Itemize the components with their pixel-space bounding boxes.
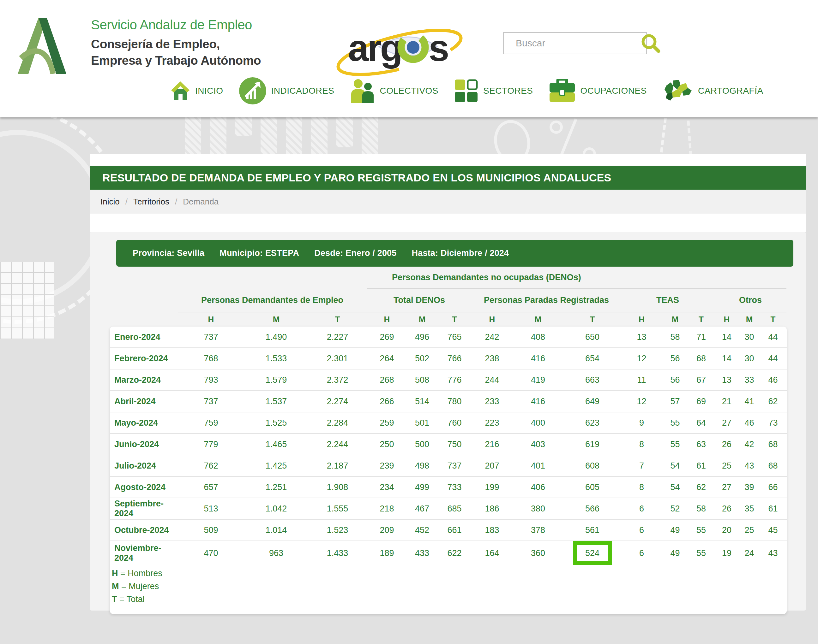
column-header-T: T (760, 312, 786, 327)
table-cell: 58 (662, 327, 688, 347)
table-cell: 513 (178, 498, 244, 519)
table-cell: 183 (472, 520, 512, 541)
table-cell: 66 (760, 477, 786, 498)
group-header-teas: TEAS (621, 289, 714, 312)
table-cell: 380 (512, 498, 564, 519)
filter-municipio: Municipio: ESTEPA (220, 248, 299, 258)
table-cell: 1.523 (308, 520, 367, 541)
row-month-label: Enero-2024 (110, 327, 178, 347)
table-row: Mayo-20247591.5252.284259501760223400623… (110, 412, 787, 433)
breadcrumb-separator: / (175, 197, 177, 207)
nav-label: CARTOGRAFÍA (698, 86, 763, 96)
table-cell: 164 (472, 541, 512, 565)
table-cell: 608 (564, 455, 621, 476)
table-row: Junio-20247791.4652.24425050075021640361… (110, 433, 787, 455)
table-cell: 765 (437, 327, 472, 347)
table-cell: 733 (437, 477, 472, 498)
table-cell: 73 (760, 412, 786, 433)
table-cell: 186 (472, 498, 512, 519)
table-cell: 500 (407, 434, 437, 455)
table-body: Enero-20247371.4902.22726949676524240865… (110, 327, 787, 562)
nav-item-sectores[interactable]: SECTORES (454, 79, 533, 103)
table-cell: 24 (739, 541, 760, 565)
column-header-H: H (472, 312, 512, 327)
nav-item-colectivos[interactable]: COLECTIVOS (350, 79, 438, 103)
table-cell: 42 (739, 434, 760, 455)
table-row: Febrero-20247681.5332.301264502766238416… (110, 347, 787, 369)
nav-item-indicadores[interactable]: INDICADORES (239, 77, 334, 104)
table-cell: 12 (621, 348, 662, 369)
filter-provincia: Provincia: Sevilla (133, 248, 204, 258)
row-month-label: Agosto-2024 (110, 477, 178, 498)
table-cell: 685 (437, 498, 472, 519)
table-cell: 760 (437, 412, 472, 433)
nav-item-cartografia[interactable]: CARTOGRAFÍA (663, 80, 763, 102)
table-row: Octubre-20245091.0141.523209452661183378… (110, 519, 787, 541)
table-cell: 216 (472, 434, 512, 455)
table-cell: 623 (564, 412, 621, 433)
table-cell: 62 (760, 391, 786, 412)
search-icon[interactable] (641, 34, 660, 53)
group-header-demandantes: Personas Demandantes de Empleo (178, 289, 367, 312)
table-cell: 223 (472, 412, 512, 433)
junta-andalucia-logo-icon[interactable] (15, 17, 68, 74)
highlighted-cell[interactable]: 524 (573, 541, 612, 565)
column-header-T: T (437, 312, 472, 327)
row-month-label: Marzo-2024 (110, 370, 178, 390)
table-cell: 1.533 (244, 348, 308, 369)
argos-blue-dot (407, 41, 420, 54)
table-cell: 56 (662, 370, 688, 390)
table-cell: 30 (739, 327, 760, 347)
argos-logo[interactable]: arg s (332, 15, 471, 81)
table-cell: 470 (178, 541, 244, 565)
column-header-T: T (564, 312, 621, 327)
column-header-T: T (688, 312, 714, 327)
table-cell: 1.042 (244, 498, 308, 519)
table-cell: 2.284 (308, 412, 367, 433)
table-cell: 14 (714, 327, 739, 347)
home-icon (171, 81, 190, 101)
table-row: Agosto-20246571.2511.9082344997331994066… (110, 476, 787, 498)
table-cell: 68 (760, 455, 786, 476)
table-cell: 619 (564, 434, 621, 455)
table-cell: 406 (512, 477, 564, 498)
row-month-label: Septiembre-2024 (110, 498, 178, 519)
results-panel: Provincia: Sevilla Municipio: ESTEPA Des… (90, 232, 806, 610)
search-input[interactable] (504, 38, 641, 49)
breadcrumb-item-territorios[interactable]: Territorios (133, 197, 169, 207)
table-cell: 233 (472, 391, 512, 412)
column-header-M: M (244, 312, 308, 327)
nav-label: INICIO (195, 86, 223, 96)
table-cell: 1.537 (244, 391, 308, 412)
table-cell: 20 (714, 520, 739, 541)
supergroup-header: Personas Demandantes no ocupadas (DENOs) (367, 267, 786, 289)
nav-label: COLECTIVOS (380, 86, 438, 96)
filter-desde: Desde: Enero / 2005 (314, 248, 397, 258)
table-cell: 25 (739, 520, 760, 541)
table-row: Noviembre-20244709631.433189433622164360… (110, 541, 787, 562)
table-cell: 2.227 (308, 327, 367, 347)
breadcrumb-item-inicio[interactable]: Inicio (100, 197, 120, 207)
table-cell: 2.301 (308, 348, 367, 369)
table-cell: 661 (437, 520, 472, 541)
table-cell: 657 (178, 477, 244, 498)
breadcrumb-item-demanda: Demanda (183, 197, 218, 207)
legend-line: M = Mujeres (112, 580, 787, 593)
table-cell: 750 (437, 434, 472, 455)
table-cell: 502 (407, 348, 437, 369)
nav-item-inicio[interactable]: INICIO (171, 81, 223, 101)
table-cell: 14 (714, 348, 739, 369)
table-cell: 19 (714, 541, 739, 565)
table-cell: 30 (739, 348, 760, 369)
table-cell: 561 (564, 520, 621, 541)
table-header: Personas Demandantes no ocupadas (DENOs)… (110, 267, 787, 327)
table-cell: 26 (714, 434, 739, 455)
nav-item-ocupaciones[interactable]: OCUPACIONES (549, 79, 647, 103)
brand-org-line2: Empresa y Trabajo Autónomo (91, 52, 261, 69)
table-cell: 43 (739, 455, 760, 476)
table-cell: 55 (688, 541, 714, 565)
group-header-paradas: Personas Paradas Registradas (472, 289, 621, 312)
table-cell: 2.244 (308, 434, 367, 455)
table-cell: 768 (178, 348, 244, 369)
table-cell: 238 (472, 348, 512, 369)
